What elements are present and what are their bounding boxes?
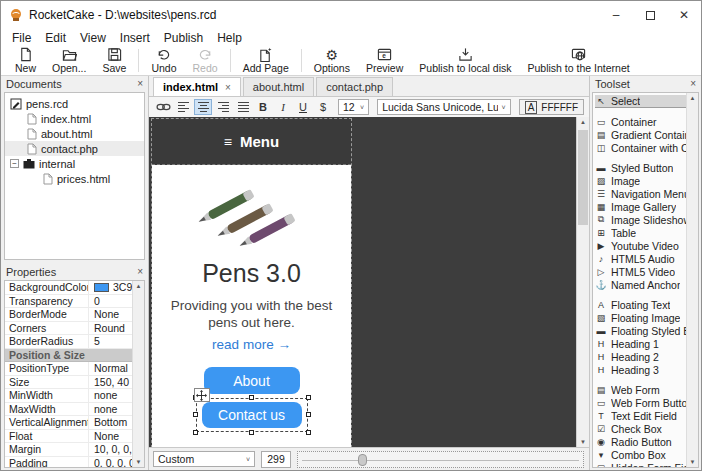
save-button[interactable]: Save	[94, 46, 134, 75]
menu-edit[interactable]: Edit	[38, 31, 73, 45]
toolset-item-check-box[interactable]: ☑Check Box	[595, 422, 686, 435]
font-family-select[interactable]: Lucida Sans Unicode, Lucida Grande, ˅	[377, 99, 511, 115]
move-handle-icon[interactable]	[194, 388, 210, 402]
slider-handle[interactable]	[358, 454, 367, 466]
about-button-element[interactable]: About	[204, 367, 300, 394]
property-row-size[interactable]: Size 150, 40	[5, 376, 132, 390]
property-row-minwidth[interactable]: MinWidth none	[5, 389, 132, 403]
tab-index-html[interactable]: index.html ×	[153, 77, 241, 96]
color-swatch[interactable]	[94, 283, 109, 292]
design-canvas[interactable]: ≡ Menu	[149, 117, 589, 447]
scroll-up-icon[interactable]: ▲	[580, 119, 586, 125]
align-left-button[interactable]	[174, 99, 192, 115]
publish-internet-button[interactable]: Publish to the Internet	[520, 46, 638, 75]
options-button[interactable]: ⚙ Options	[306, 46, 358, 75]
toolset-item-heading-1[interactable]: HHeading 1	[595, 337, 686, 350]
contact-us-button-element[interactable]: Contact us	[202, 402, 302, 428]
scroll-up-icon[interactable]: ▲	[690, 95, 696, 101]
currency-button[interactable]: $	[314, 99, 332, 115]
toolset-item-table[interactable]: ⊞Table	[595, 226, 686, 239]
property-row-transparency[interactable]: Transparency 0	[5, 295, 132, 309]
menu-insert[interactable]: Insert	[113, 31, 157, 45]
property-row-verticalalignment[interactable]: VerticalAlignment Bottom	[5, 416, 132, 430]
doc-item-prices-html[interactable]: prices.html	[5, 171, 144, 186]
toolset-close-icon[interactable]: ×	[690, 79, 696, 89]
doc-item-about-html[interactable]: about.html	[5, 126, 144, 141]
zoom-slider[interactable]	[297, 451, 584, 468]
toolset-item-heading-2[interactable]: HHeading 2	[595, 350, 686, 363]
property-row-float[interactable]: Float None	[5, 430, 132, 444]
property-row-positiontype[interactable]: PositionType Normal	[5, 362, 132, 376]
property-row-maxwidth[interactable]: MaxWidth none	[5, 403, 132, 417]
align-right-button[interactable]	[214, 99, 232, 115]
toolset-item-image-slideshow[interactable]: ⧉Image Slideshow	[595, 213, 686, 226]
tab-about-html[interactable]: about.html	[243, 77, 314, 96]
insert-link-button[interactable]	[154, 99, 172, 115]
read-more-link[interactable]: read more →	[212, 337, 291, 352]
page-heading[interactable]: Pens 3.0	[202, 259, 301, 288]
doc-item-index-html[interactable]: index.html	[5, 111, 144, 126]
preview-width-input[interactable]: 299	[261, 451, 291, 468]
toolset-item-web-form-button[interactable]: ▭Web Form Button	[595, 396, 686, 409]
menu-view[interactable]: View	[73, 31, 113, 45]
menu-help[interactable]: Help	[210, 31, 249, 45]
toolset-item-combo-box[interactable]: ▾Combo Box	[595, 448, 686, 461]
close-button[interactable]: ✕	[667, 1, 701, 29]
publish-local-disk-button[interactable]: Publish to local disk	[411, 46, 519, 75]
align-center-button[interactable]	[194, 99, 212, 115]
toolset-item-named-anchor[interactable]: ⚓Named Anchor	[595, 278, 686, 291]
resize-handle-bottom-left[interactable]	[193, 430, 198, 435]
toolset-item-select[interactable]: ↖Select	[595, 95, 686, 108]
toolset-item-youtube-video[interactable]: ▶Youtube Video	[595, 239, 686, 252]
toolset-item-radio-button[interactable]: ◉Radio Button	[595, 435, 686, 448]
page-tagline[interactable]: Providing you with the best pens out her…	[171, 297, 332, 331]
property-row-borderradius[interactable]: BorderRadius 5	[5, 335, 132, 349]
scroll-down-icon[interactable]: ▼	[136, 459, 142, 465]
tab-contact-php[interactable]: contact.php	[316, 77, 393, 96]
toolset-item-image[interactable]: ▨Image	[595, 174, 686, 187]
page-menu-header[interactable]: ≡ Menu	[152, 119, 351, 165]
toolset-item-html5-audio[interactable]: ♪HTML5 Audio	[595, 252, 686, 265]
tab-close-icon[interactable]: ×	[225, 82, 231, 93]
selection-outline[interactable]: Contact us	[196, 398, 308, 432]
property-row-bordermode[interactable]: BorderMode None	[5, 308, 132, 322]
property-row-corners[interactable]: Corners Round	[5, 322, 132, 336]
toolset-item-gradient-container[interactable]: ▤Gradient Container	[595, 128, 686, 141]
doc-item-contact-php[interactable]: contact.php	[5, 141, 144, 156]
menu-file[interactable]: File	[5, 31, 38, 45]
toolset-item-floating-text[interactable]: AFloating Text	[595, 298, 686, 311]
text-color-button[interactable]: A FFFFFF	[519, 99, 584, 115]
property-row-padding[interactable]: Padding 0, 0, 0, 0	[5, 457, 132, 469]
preview-size-select[interactable]: Custom ˅	[153, 451, 255, 467]
menu-publish[interactable]: Publish	[157, 31, 210, 45]
toolset-item-navigation-menu[interactable]: ☰Navigation Menu	[595, 187, 686, 200]
doc-item-pens-rcd[interactable]: pens.rcd	[5, 96, 144, 111]
new-button[interactable]: New	[7, 46, 44, 75]
pens-image[interactable]	[187, 177, 317, 251]
properties-close-icon[interactable]: ×	[137, 267, 143, 277]
properties-scrollbar[interactable]: ▲ ▼	[132, 281, 144, 467]
resize-handle-top-right[interactable]	[306, 395, 311, 400]
open-button[interactable]: Open...	[44, 46, 94, 75]
resize-handle-middle-left[interactable]	[193, 412, 198, 417]
resize-handle-bottom-right[interactable]	[306, 430, 311, 435]
scroll-down-icon[interactable]: ▼	[580, 439, 586, 445]
toolset-item-html5-video[interactable]: ▷HTML5 Video	[595, 265, 686, 278]
toolset-item-image-gallery[interactable]: ▦Image Gallery	[595, 200, 686, 213]
scrollbar-thumb[interactable]	[578, 130, 588, 225]
font-size-select[interactable]: 12 ˅	[338, 99, 369, 115]
resize-handle-top-center[interactable]	[249, 395, 254, 400]
documents-close-icon[interactable]: ×	[137, 79, 143, 89]
maximize-button[interactable]	[633, 1, 667, 29]
minimize-button[interactable]: –	[599, 1, 633, 29]
toolset-scrollbar[interactable]: ▲ ▼	[686, 93, 698, 467]
resize-handle-bottom-center[interactable]	[249, 430, 254, 435]
doc-item-internal-folder[interactable]: − internal	[5, 156, 144, 171]
toolset-item-heading-3[interactable]: HHeading 3	[595, 363, 686, 376]
bold-button[interactable]: B	[254, 99, 272, 115]
toolset-item-container[interactable]: ▭Container	[595, 115, 686, 128]
justify-button[interactable]	[234, 99, 252, 115]
toolset-item-styled-button[interactable]: ▬Styled Button	[595, 161, 686, 174]
toolset-item-hidden-form-field[interactable]: ▢Hidden Form Field	[595, 461, 686, 468]
toolset-item-floating-image[interactable]: ▧Floating Image	[595, 311, 686, 324]
